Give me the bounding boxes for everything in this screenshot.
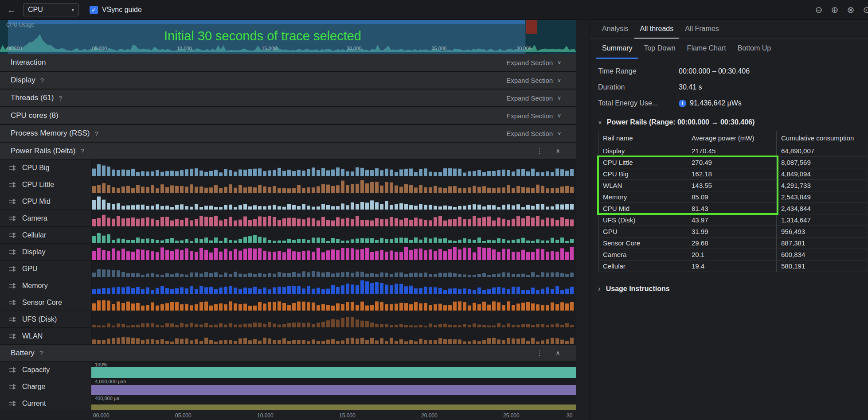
section-title: Threads (61) xyxy=(11,93,54,102)
rail-chart xyxy=(91,311,576,327)
subtab-top-down[interactable]: Top Down xyxy=(638,39,681,59)
energy-row: Total Energy Use... i 91,436,642 µWs xyxy=(598,95,868,111)
help-icon[interactable]: ? xyxy=(95,130,98,137)
rail-name: Camera xyxy=(22,214,47,222)
power-rails-section-header[interactable]: Power Rails (Delta) ? ⋮ ∧ xyxy=(0,143,576,159)
help-icon[interactable]: ? xyxy=(39,349,43,357)
battery-value-label: 100% xyxy=(95,362,107,367)
help-icon[interactable]: ? xyxy=(59,94,62,102)
column-header: Average power (mW) xyxy=(687,131,777,145)
kebab-menu-icon[interactable]: ⋮ xyxy=(536,147,543,155)
cpu-usage-label: CPU Usage xyxy=(6,22,34,28)
selection-drag-handle[interactable] xyxy=(8,20,525,24)
battery-track-header[interactable]: Current xyxy=(0,395,91,410)
rail-name: CPU Big xyxy=(22,164,49,172)
battery-track-header[interactable]: Capacity xyxy=(0,362,91,378)
table-row-wlan[interactable]: WLAN143.554,291,733 xyxy=(598,180,867,191)
rail-track-header[interactable]: UFS (Disk) xyxy=(0,311,91,327)
vsync-guide-label: VSync guide xyxy=(102,6,142,14)
track-section-process-memory-rss[interactable]: Process Memory (RSS)?Expand Section∨ xyxy=(0,125,576,143)
kebab-menu-icon[interactable]: ⋮ xyxy=(536,349,543,357)
zoom-in-icon[interactable]: ⊕ xyxy=(830,4,840,15)
zoom-to-selection-icon[interactable]: ⊙ xyxy=(862,4,868,15)
track-icon xyxy=(9,182,16,188)
rail-track-header[interactable]: Display xyxy=(0,244,91,260)
track-icon xyxy=(9,384,16,390)
rail-name: Sensor Core xyxy=(22,299,62,307)
table-cell: 2,543,849 xyxy=(777,191,867,203)
battery-bar xyxy=(91,404,576,410)
table-row-display[interactable]: Display2170.4564,890,007 xyxy=(598,145,867,157)
checkbox-checked-icon[interactable]: ✓ xyxy=(90,6,98,14)
table-cell: 85.09 xyxy=(687,191,777,203)
rail-track-header[interactable]: Cellular xyxy=(0,227,91,243)
table-row-ufs-disk[interactable]: UFS (Disk)43.971,314,647 xyxy=(598,214,867,226)
track-section-cpu-cores-8[interactable]: CPU cores (8)Expand Section∨ xyxy=(0,107,576,125)
duration-value: 30.41 s xyxy=(679,83,702,91)
section-title: Power Rails (Delta) xyxy=(11,147,75,156)
help-icon[interactable]: ? xyxy=(80,147,84,155)
table-row-cellular[interactable]: Cellular19.4580,191 xyxy=(598,261,867,272)
power-rail-row-cellular: Cellular xyxy=(0,227,576,244)
tab-analysis[interactable]: Analysis xyxy=(596,20,634,39)
table-row-gpu[interactable]: GPU31.99956,493 xyxy=(598,226,867,237)
reset-zoom-icon[interactable]: ⊗ xyxy=(846,4,856,15)
subtab-bottom-up[interactable]: Bottom Up xyxy=(732,39,777,59)
timeline-tick: 20.000 xyxy=(347,46,362,51)
profiler-window: ← CPU ▾ ✓ VSync guide ⊖⊕⊗⊙ CPU Usage Ini… xyxy=(0,0,868,420)
rail-name: Display xyxy=(22,248,45,256)
expand-section-button[interactable]: Expand Section∨ xyxy=(506,94,561,102)
time-axis-tick: 00.000 xyxy=(93,412,109,419)
collapse-section-icon[interactable]: ∧ xyxy=(555,349,560,357)
zoom-out-icon[interactable]: ⊖ xyxy=(814,4,824,15)
table-row-cpu-little[interactable]: CPU Little270.498,087,569 xyxy=(598,157,867,168)
timeline-tick: 10.000 xyxy=(177,46,192,51)
expand-section-button[interactable]: Expand Section∨ xyxy=(506,59,561,66)
battery-track-name: Current xyxy=(22,400,46,408)
table-row-camera[interactable]: Camera20.1600,834 xyxy=(598,249,867,261)
vsync-guide-toggle[interactable]: ✓ VSync guide xyxy=(90,6,142,14)
track-icon xyxy=(9,232,16,238)
help-icon[interactable]: ? xyxy=(40,77,44,84)
table-row-sensor-core[interactable]: Sensor Core29.68887,381 xyxy=(598,237,867,249)
expand-section-button[interactable]: Expand Section∨ xyxy=(506,77,561,84)
rail-track-header[interactable]: CPU Little xyxy=(0,176,91,193)
rail-track-header[interactable]: Sensor Core xyxy=(0,294,91,311)
battery-chart: 400,000 µa xyxy=(91,395,576,410)
cpu-usage-track[interactable]: CPU Usage Initial 30 seconds of trace se… xyxy=(0,20,576,54)
rail-track-header[interactable]: GPU xyxy=(0,261,91,277)
tab-all-frames[interactable]: All Frames xyxy=(679,20,724,39)
rail-track-header[interactable]: CPU Big xyxy=(0,159,91,176)
power-rails-summary-header[interactable]: ∨ Power Rails (Range: 00:00.000 → 00:30.… xyxy=(598,118,868,126)
table-row-cpu-big[interactable]: CPU Big162.184,849,094 xyxy=(598,168,867,180)
battery-section-header[interactable]: Battery ? ⋮ ∧ xyxy=(0,345,576,362)
rail-track-header[interactable]: Memory xyxy=(0,277,91,294)
timeline-tick: 15.000 xyxy=(262,46,277,51)
battery-track-header[interactable]: Charge xyxy=(0,378,91,395)
info-icon[interactable]: i xyxy=(679,100,686,107)
track-section-threads-61[interactable]: Threads (61)?Expand Section∨ xyxy=(0,89,576,107)
collapse-section-icon[interactable]: ∧ xyxy=(555,147,560,155)
track-section-display[interactable]: Display?Expand Section∨ xyxy=(0,72,576,89)
energy-label: Total Energy Use... xyxy=(598,99,679,107)
tab-all-threads[interactable]: All threads xyxy=(634,20,680,39)
subtab-flame-chart[interactable]: Flame Chart xyxy=(681,39,732,59)
track-section-interaction[interactable]: InteractionExpand Section∨ xyxy=(0,54,576,72)
expand-section-button[interactable]: Expand Section∨ xyxy=(506,112,561,120)
table-cell: 43.97 xyxy=(687,214,777,226)
expand-section-button[interactable]: Expand Section∨ xyxy=(506,130,561,137)
timeline-tick: 30.000 xyxy=(516,46,532,51)
subtab-summary[interactable]: Summary xyxy=(596,39,638,59)
rail-track-header[interactable]: WLAN xyxy=(0,328,91,344)
table-cell: 31.99 xyxy=(687,226,777,237)
table-row-memory[interactable]: Memory85.092,543,849 xyxy=(598,191,867,203)
rail-track-header[interactable]: Camera xyxy=(0,210,91,226)
table-row-cpu-mid[interactable]: CPU Mid81.432,434,844 xyxy=(598,203,867,214)
bottom-time-axis: 00.00005.00010.00015.00020.00025.00030 xyxy=(91,410,576,420)
chevron-down-icon: ∨ xyxy=(557,59,561,66)
usage-instructions-toggle[interactable]: › Usage Instructions xyxy=(598,284,868,293)
rail-track-header[interactable]: CPU Mid xyxy=(0,193,91,210)
profiler-track-dropdown[interactable]: CPU ▾ xyxy=(23,3,79,16)
table-cell: 600,834 xyxy=(777,249,867,261)
back-button[interactable]: ← xyxy=(7,5,16,15)
